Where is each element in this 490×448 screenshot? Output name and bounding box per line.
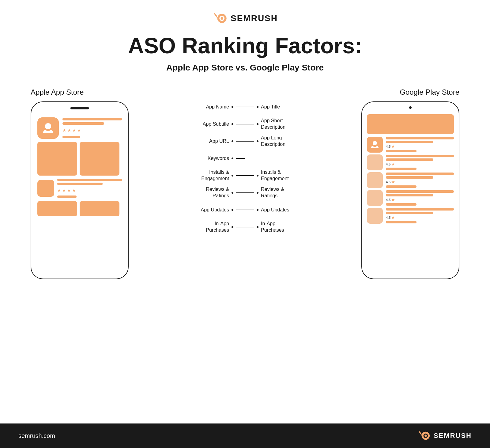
factor-left: App URL [181,138,245,145]
android-app-icon [367,172,383,188]
star: ★ [77,128,81,133]
logo-area: SEMRUSH [212,12,278,25]
android-rating-3: 4.5 ★ [386,180,454,184]
ios-phone: ★ ★ ★ ★ [31,101,129,279]
screenshot-block [80,142,119,176]
dot [257,226,258,228]
factor-row-2: App Subtitle App ShortDescription [181,117,309,131]
factor-right: App ShortDescription [245,118,309,131]
factor-right: App Title [245,104,309,110]
dot [232,226,233,228]
dot [257,106,258,108]
line-left [236,124,245,124]
line-right [245,107,254,107]
rating-value: 4.5 [386,198,390,202]
android-app-icon [367,154,383,170]
dot [257,175,258,177]
android-rating-4: 4.5 ★ [386,198,454,202]
android-star: ★ [391,162,395,166]
line-left [236,192,245,193]
factor-label-iap-right: In-AppPurchases [261,221,284,233]
android-rating-1: 4.5 ★ [386,144,454,149]
factor-row-5: Installs &Engagement Installs &Engagemen… [181,169,309,182]
ios-review-row: ★ ★ ★ ★ [37,179,122,198]
bar [386,137,454,139]
android-info: 4.5 ★ [386,137,454,152]
factor-label-installs-left: Installs &Engagement [201,169,229,182]
android-rating-5: 4.5 ★ [386,215,454,220]
ios-screenshot-row [37,142,122,176]
factor-right: Installs &Engagement [245,169,309,182]
dot [257,192,258,194]
svg-point-2 [221,17,223,20]
line-left [236,227,245,227]
ios-app-info: ★ ★ ★ ★ [62,118,122,138]
android-info: 4.5 ★ [386,208,454,223]
rating-value: 4.5 [386,180,390,184]
diagram-area: Apple App Store ★ ★ ★ ★ [31,88,459,279]
android-star: ★ [391,215,395,220]
factor-label-app-name: App Name [206,104,229,110]
dot [232,192,233,194]
footer-logo-icon [417,430,431,441]
bar [57,179,122,181]
bar [386,194,433,196]
stars-row: ★ ★ ★ ★ [57,188,122,193]
android-phone: 4.5 ★ 4.5 ★ [361,101,459,279]
stars-row: ★ ★ ★ ★ [62,128,122,133]
google-store-container: Google Play Store 4.5 ★ [361,88,459,279]
star: ★ [67,128,71,133]
factor-label-app-url: App URL [209,138,229,145]
dot [232,158,233,159]
android-app-row-4: 4.5 ★ [367,190,454,206]
dot [232,123,233,125]
bar [386,203,417,206]
android-rating-2: 4.5 ★ [386,162,454,166]
screenshot-block [37,201,77,216]
apple-store-container: Apple App Store ★ ★ ★ ★ [31,88,129,279]
dot [232,140,233,142]
rating-value: 4.5 [386,162,390,166]
star: ★ [72,128,76,133]
dot [232,106,233,108]
bar [62,122,104,125]
dot [232,209,233,211]
factor-label-keywords: Keywords [208,155,229,162]
line-right [245,192,254,193]
android-info: 4.5 ★ [386,155,454,170]
factor-label-app-long-desc: App LongDescription [261,135,285,148]
bar [386,141,433,143]
android-app-row-1: 4.5 ★ [367,137,454,153]
factor-left: Keywords [181,155,245,162]
factor-row-8: In-AppPurchases In-AppPurchases [181,220,309,234]
factor-label-app-subtitle: App Subtitle [203,121,229,127]
bar [386,185,417,188]
factor-right: App Updates [245,207,309,213]
sub-title: Apple App Store vs. Google Play Store [166,63,324,73]
dot [257,123,258,125]
factor-right: Reviews &Ratings [245,186,309,199]
bar [57,196,77,198]
line-left [236,107,245,107]
android-app-icon [367,137,383,153]
android-banner [367,114,454,134]
android-app-icon [367,190,383,206]
line-right [245,141,254,142]
apple-store-label: Apple App Store [31,88,84,97]
factor-row-6: Reviews &Ratings Reviews &Ratings [181,186,309,199]
factor-right: In-AppPurchases [245,221,309,233]
factor-row-3: App URL App LongDescription [181,135,309,148]
factor-row-4: Keywords [181,152,309,165]
factor-row-7: App Updates App Updates [181,203,309,217]
middle-labels: App Name App Title App Subtitle [181,88,309,237]
line-right [245,210,254,210]
dot [257,209,258,211]
ios-review-icon [37,180,54,197]
line-right [245,175,254,176]
android-app-row-5: 4.5 ★ [367,208,454,224]
factor-left: Installs &Engagement [181,169,245,182]
bar [386,176,433,179]
factor-label-updates-left: App Updates [201,207,229,213]
android-star: ★ [391,144,395,149]
star: ★ [62,188,66,193]
